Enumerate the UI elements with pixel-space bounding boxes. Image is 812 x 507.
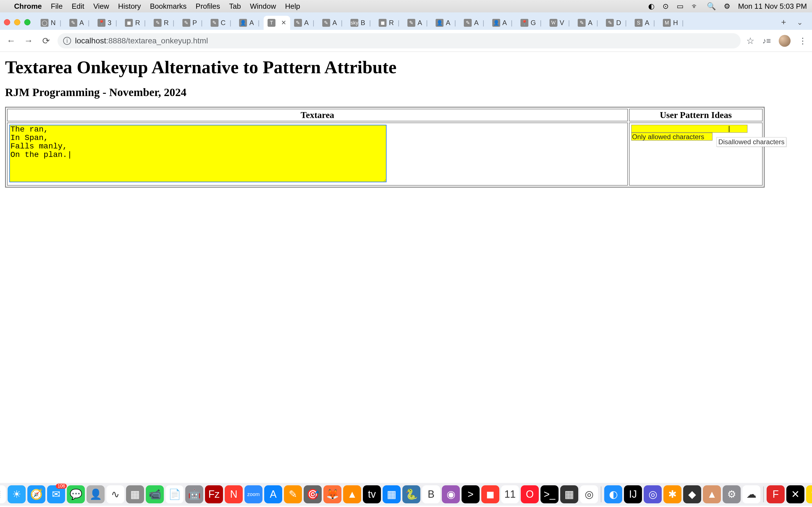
allowed-characters-field[interactable]: Only allowed characters — [631, 133, 712, 140]
tab[interactable]: ✎A| — [290, 16, 318, 30]
control-center-icon[interactable]: ⚙ — [724, 2, 730, 11]
weather-icon[interactable]: ☀ — [8, 485, 26, 503]
play-icon[interactable]: ⊙ — [663, 2, 669, 11]
podcasts-icon[interactable]: ◉ — [442, 485, 460, 503]
app6-icon[interactable]: ▲ — [703, 485, 721, 503]
moon-icon[interactable]: ◐ — [648, 2, 655, 11]
tab[interactable]: ✎A| — [318, 16, 347, 30]
menu-profiles[interactable]: Profiles — [196, 2, 220, 11]
reminders-icon[interactable]: ≣ — [0, 485, 6, 503]
tab[interactable]: ◼R| — [121, 16, 150, 30]
tab[interactable]: MH| — [659, 16, 688, 30]
app5-icon[interactable]: ◆ — [683, 485, 701, 503]
flipboard-icon[interactable]: F — [767, 485, 784, 503]
forward-button[interactable]: → — [22, 36, 35, 46]
tab[interactable]: ✎A| — [403, 16, 432, 30]
tab[interactable]: ◼R| — [375, 16, 403, 30]
tab[interactable]: 👤A| — [488, 16, 516, 30]
menubar-clock[interactable]: Mon 11 Nov 5:03 PM — [738, 2, 807, 11]
tab[interactable]: ✎R| — [150, 16, 179, 30]
tab[interactable]: WV| — [546, 16, 574, 30]
chrome-icon[interactable]: ◎ — [580, 485, 598, 503]
tab[interactable]: 👤A| — [432, 16, 460, 30]
app1-icon[interactable]: ◼ — [481, 485, 499, 503]
site-info-icon[interactable]: i — [63, 37, 71, 45]
calendar-icon[interactable]: 11 — [501, 485, 519, 503]
tab[interactable]: skyB| — [347, 16, 375, 30]
system-icon[interactable]: ⚙ — [723, 485, 741, 503]
contacts-icon[interactable]: 👤 — [87, 485, 105, 503]
appstore-icon[interactable]: A — [264, 485, 282, 503]
window-close-button[interactable] — [4, 19, 10, 25]
chrome-menu-icon[interactable]: ⋮ — [799, 36, 807, 46]
address-bar[interactable]: i localhost:8888/textarea_onkeyup.html — [57, 33, 741, 48]
opera-icon[interactable]: O — [521, 485, 539, 503]
menu-view[interactable]: View — [93, 2, 109, 11]
menu-help[interactable]: Help — [285, 2, 300, 11]
app2-icon[interactable]: ◐ — [604, 485, 622, 503]
app4-icon[interactable]: ✱ — [663, 485, 681, 503]
launchpad-icon[interactable]: ▦ — [126, 485, 144, 503]
python-icon[interactable]: 🐍 — [402, 485, 420, 503]
wifi-icon[interactable]: ᯤ — [692, 2, 699, 11]
news-icon[interactable]: N — [225, 485, 243, 503]
messages-icon[interactable]: 💬 — [67, 485, 85, 503]
tab[interactable]: ✎A| — [460, 16, 488, 30]
intellij-icon[interactable]: IJ — [624, 485, 642, 503]
battery-icon[interactable]: ▭ — [677, 2, 684, 11]
tab[interactable]: 📍3| — [94, 16, 121, 30]
menu-window[interactable]: Window — [250, 2, 276, 11]
automator-icon[interactable]: 🤖 — [185, 485, 203, 503]
tab[interactable]: ✎A| — [574, 16, 602, 30]
tab[interactable]: ◯N| — [37, 16, 65, 30]
tab[interactable]: 👤A| — [235, 16, 263, 30]
window-minimize-button[interactable] — [14, 19, 20, 25]
new-tab-button[interactable]: + — [776, 17, 791, 27]
tabs-dropdown-button[interactable]: ⌄ — [792, 18, 808, 27]
tab[interactable]: ✎P| — [179, 16, 207, 30]
bookmark-star-icon[interactable]: ☆ — [746, 36, 755, 46]
mail-icon[interactable]: ✉ — [47, 485, 65, 503]
tab[interactable]: ✎D| — [602, 16, 631, 30]
firefox-icon[interactable]: 🦊 — [323, 485, 342, 503]
terminal-icon[interactable]: >_ — [541, 485, 559, 503]
tab[interactable]: ✎C| — [207, 16, 236, 30]
menu-bookmarks[interactable]: Bookmarks — [150, 2, 187, 11]
menu-tab[interactable]: Tab — [229, 2, 241, 11]
safari-icon[interactable]: 🧭 — [28, 485, 45, 503]
reload-button[interactable]: ⟳ — [40, 36, 52, 46]
menu-history[interactable]: History — [118, 2, 141, 11]
cloud-icon[interactable]: ☁ — [742, 485, 760, 503]
vlc-icon[interactable]: ▲ — [343, 485, 361, 503]
menu-file[interactable]: File — [51, 2, 63, 11]
keynote-icon[interactable]: ▦ — [383, 485, 401, 503]
facetime-icon[interactable]: 📹 — [146, 485, 164, 503]
search-icon[interactable]: 🔍 — [707, 2, 716, 11]
back-button[interactable]: ← — [5, 36, 17, 46]
calculator-icon[interactable]: ▦ — [560, 485, 578, 503]
textedit-icon[interactable]: 📄 — [165, 485, 184, 503]
app3-icon[interactable]: ◎ — [644, 485, 662, 503]
side-panel-icon[interactable]: ♪≡ — [762, 36, 771, 45]
menu-app[interactable]: Chrome — [14, 2, 42, 11]
window-zoom-button[interactable] — [24, 19, 31, 25]
app7-icon[interactable]: ✕ — [786, 485, 804, 503]
profile-avatar[interactable] — [779, 35, 791, 47]
tab-close-icon[interactable]: ✕ — [281, 19, 286, 26]
tv-icon[interactable]: tv — [363, 485, 381, 503]
brackets-icon[interactable]: B — [422, 485, 440, 503]
zoom-icon[interactable]: zoom — [245, 485, 262, 503]
pages-icon[interactable]: ✎ — [284, 485, 302, 503]
tab-active[interactable]: T✕ — [264, 16, 290, 30]
tab[interactable]: SA| — [631, 16, 659, 30]
main-textarea[interactable] — [9, 125, 387, 182]
freeform-icon[interactable]: ∿ — [106, 485, 124, 503]
tab[interactable]: 📍G| — [516, 16, 546, 30]
filezilla-icon[interactable]: Fz — [205, 485, 223, 503]
menu-edit[interactable]: Edit — [71, 2, 84, 11]
tab[interactable]: ✎A| — [65, 16, 94, 30]
disallowed-characters-input[interactable] — [631, 125, 748, 133]
notes-icon[interactable]: ✎ — [806, 485, 812, 503]
terminal2-icon[interactable]: > — [462, 485, 479, 503]
colorpicker-icon[interactable]: 🎯 — [304, 485, 322, 503]
